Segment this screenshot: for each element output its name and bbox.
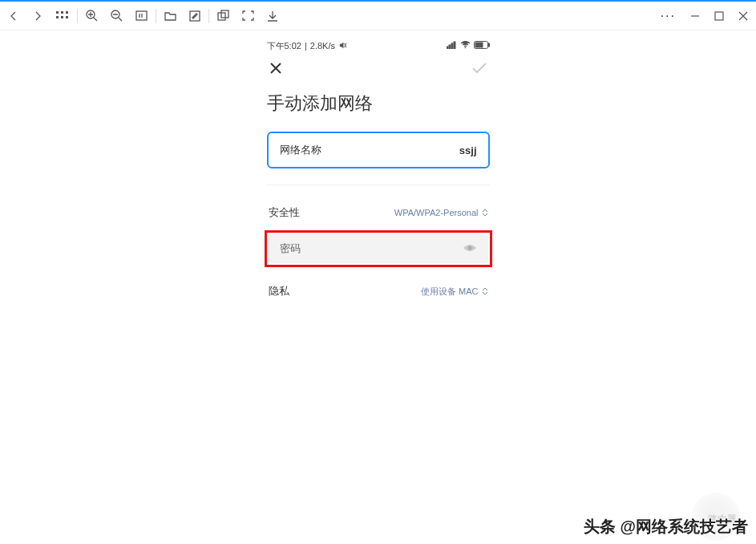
svg-rect-14 [449, 45, 451, 49]
watermark-text: 头条 @网络系统技艺者 [584, 516, 748, 538]
section-divider [267, 185, 490, 185]
svg-rect-20 [475, 43, 483, 47]
actual-size-icon[interactable] [135, 10, 148, 21]
network-name-field[interactable]: 网络名称 ssjj [267, 132, 490, 168]
svg-rect-19 [488, 43, 490, 47]
chevron-updown-icon [482, 209, 488, 217]
svg-rect-0 [56, 11, 59, 14]
svg-rect-16 [454, 42, 455, 49]
wifi-icon [460, 41, 471, 51]
svg-point-21 [467, 246, 471, 250]
phone-screen: 下午5:02 | 2.8K/s 手动添加网络 网络名 [267, 39, 490, 304]
svg-rect-1 [61, 11, 63, 14]
forward-icon[interactable] [32, 10, 43, 22]
fullscreen-icon[interactable] [242, 10, 254, 21]
minimize-button[interactable] [690, 11, 700, 21]
zoom-in-icon[interactable] [86, 10, 98, 22]
battery-icon [474, 41, 490, 51]
watermark: 路由器 头条 @网络系统技艺者 [584, 516, 748, 538]
viewer-toolbar: ··· [0, 2, 756, 30]
close-icon[interactable] [269, 61, 283, 79]
privacy-label: 隐私 [269, 284, 289, 298]
status-bar: 下午5:02 | 2.8K/s [267, 39, 490, 53]
security-row[interactable]: 安全性 WPA/WPA2-Personal [267, 200, 490, 225]
status-time: 下午5:02 [267, 40, 301, 52]
security-label: 安全性 [269, 205, 300, 220]
password-placeholder: 密码 [280, 242, 301, 256]
password-field[interactable]: 密码 [269, 234, 488, 263]
mute-icon [338, 41, 347, 51]
apps-grid-icon[interactable] [56, 11, 69, 21]
password-highlight-box: 密码 [265, 230, 492, 267]
svg-rect-4 [61, 16, 63, 18]
back-icon[interactable] [8, 10, 19, 22]
page-nav [267, 61, 490, 79]
svg-rect-3 [56, 16, 59, 18]
download-icon[interactable] [267, 10, 278, 22]
svg-rect-12 [715, 12, 723, 20]
privacy-value: 使用设备 MAC [421, 286, 488, 298]
status-net-speed: 2.8K/s [310, 41, 335, 51]
privacy-row[interactable]: 隐私 使用设备 MAC [267, 278, 490, 304]
close-window-button[interactable] [738, 11, 748, 21]
network-name-label: 网络名称 [280, 143, 321, 157]
page-title: 手动添加网络 [267, 91, 490, 116]
open-folder-icon[interactable] [164, 10, 176, 21]
svg-rect-9 [190, 11, 200, 21]
svg-rect-13 [447, 47, 448, 49]
signal-icon [447, 41, 457, 51]
security-value: WPA/WPA2-Personal [394, 208, 488, 217]
zoom-out-icon[interactable] [111, 10, 123, 22]
status-divider: | [305, 41, 307, 51]
network-name-value: ssjj [459, 144, 477, 156]
svg-rect-5 [66, 16, 68, 18]
maximize-button[interactable] [714, 11, 724, 21]
svg-rect-15 [451, 43, 453, 49]
chevron-updown-icon [482, 287, 488, 295]
eye-icon[interactable] [463, 242, 477, 256]
confirm-icon[interactable] [471, 61, 488, 79]
copy-icon[interactable] [217, 10, 229, 22]
svg-point-17 [464, 47, 466, 49]
svg-rect-2 [66, 11, 68, 14]
more-menu-icon[interactable]: ··· [661, 9, 676, 23]
edit-icon[interactable] [189, 10, 200, 22]
